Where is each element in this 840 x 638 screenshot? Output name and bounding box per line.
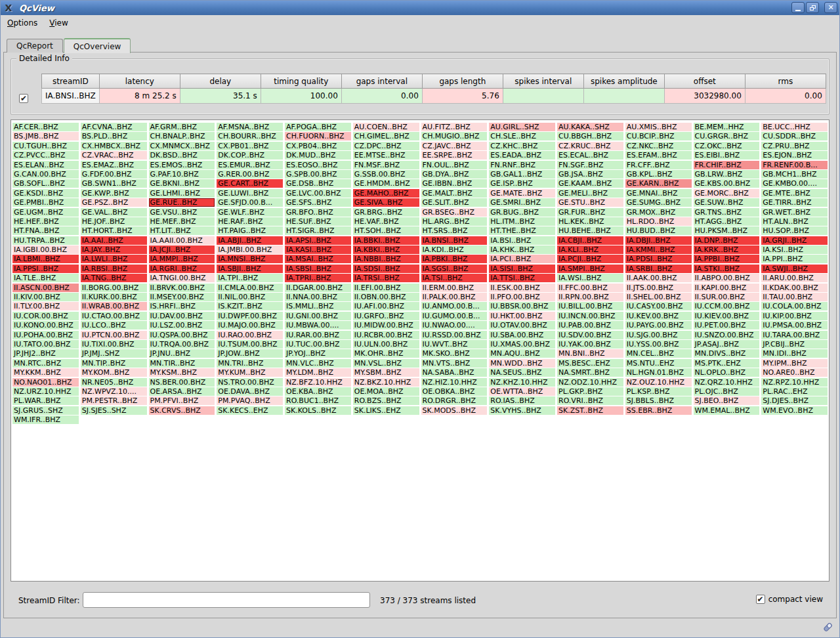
stream-cell[interactable]: GE.CART..BHZ bbox=[217, 179, 283, 188]
stream-cell[interactable]: HL.KEK..BHZ bbox=[557, 217, 623, 226]
stream-cell[interactable]: GE.VSU..BHZ bbox=[149, 208, 215, 217]
stream-cell[interactable]: GB.JSA..BHZ bbox=[557, 170, 623, 179]
stream-cell[interactable]: MY.LDM..BHZ bbox=[285, 368, 351, 377]
stream-cell[interactable]: IA.KRK..BHZ bbox=[694, 245, 760, 254]
stream-cell[interactable]: CZ.PVCC..BHZ bbox=[12, 151, 79, 160]
minimize-button[interactable] bbox=[791, 2, 805, 13]
stream-cell[interactable]: NL.OPLO..BHZ bbox=[694, 368, 760, 377]
stream-cell[interactable]: PL.GKP..BHZ bbox=[557, 387, 623, 396]
stream-cell[interactable]: CH.GIMEL..BHZ bbox=[353, 132, 419, 140]
stream-cell[interactable]: CZ.KRUC..BHZ bbox=[557, 142, 623, 150]
stream-cell[interactable]: MN.VLC..BHZ bbox=[285, 359, 351, 368]
stream-cell[interactable]: IU.LSZ.00.BHZ bbox=[149, 321, 215, 330]
stream-cell[interactable]: IA.KDI..BHZ bbox=[421, 245, 488, 254]
stream-cell[interactable]: AF.CER..BHZ bbox=[12, 123, 79, 131]
stream-cell[interactable]: GE.SLIT..BHZ bbox=[421, 198, 488, 207]
stream-cell[interactable]: NA.SMRT..BHZ bbox=[557, 368, 623, 377]
stream-cell[interactable]: SJ.BBLS..BHZ bbox=[625, 396, 692, 405]
stream-cell[interactable]: IU.TIXI.00.BHZ bbox=[81, 340, 147, 349]
stream-cell[interactable]: IA.KBKI..BHZ bbox=[353, 245, 419, 254]
stream-cell[interactable]: NZ.QRZ.10.HHZ bbox=[694, 378, 760, 387]
stream-cell[interactable]: HT.SOH..BHZ bbox=[353, 226, 419, 235]
stream-cell[interactable]: GE.DSB..BHZ bbox=[285, 179, 351, 188]
stream-cell[interactable]: II.TLY.00.BHZ bbox=[12, 302, 79, 310]
stream-cell[interactable]: II.KAPI.00.BHZ bbox=[694, 284, 760, 292]
stream-cell[interactable]: MN.VSL..BHZ bbox=[353, 359, 419, 368]
stream-cell[interactable]: IU.RAO.00.BHZ bbox=[217, 331, 283, 339]
stream-cell[interactable]: II.KIV.00.BHZ bbox=[12, 293, 79, 301]
stream-cell[interactable]: GR.TNS..BHZ bbox=[694, 208, 760, 217]
stream-cell[interactable]: OE.MOA..BHZ bbox=[353, 387, 419, 396]
streamid-filter-input[interactable] bbox=[83, 592, 370, 608]
stream-cell[interactable]: HT.HORT..BHZ bbox=[81, 226, 147, 235]
stream-cell[interactable]: NS.BER.00.BHZ bbox=[149, 378, 215, 387]
stream-cell[interactable]: IA.IGBI.00.BHZ bbox=[12, 245, 79, 254]
stream-cell[interactable]: IU.RCBR.00.BHZ bbox=[353, 331, 419, 339]
stream-cell[interactable]: II.CMLA.00.BHZ bbox=[217, 284, 283, 292]
stream-cell[interactable]: G.CAN.00.BHZ bbox=[12, 170, 79, 179]
stream-cell[interactable]: RO.BUC1..BHZ bbox=[285, 396, 351, 405]
stream-cell[interactable]: IU.XMAS.00.BHZ bbox=[489, 340, 555, 349]
stream-cell[interactable]: IS.KZIT..BHZ bbox=[217, 302, 283, 310]
detail-column-header[interactable]: gaps interval bbox=[341, 74, 422, 89]
stream-cell[interactable]: HU.BEHE..BHZ bbox=[557, 226, 623, 235]
stream-cell[interactable]: WM.IFR..BHZ bbox=[12, 415, 79, 424]
stream-cell[interactable]: JP.JNU..BHZ bbox=[149, 349, 215, 358]
stream-cell[interactable]: GE.HMDM..BHZ bbox=[353, 179, 419, 188]
stream-cell[interactable]: II.ESK.00.BHZ bbox=[489, 284, 555, 292]
stream-cell[interactable]: SK.LIKS..EHZ bbox=[353, 406, 419, 415]
stream-cell[interactable]: IU.TATO.00.BHZ bbox=[12, 340, 79, 349]
stream-cell[interactable]: MN.CEL..BHZ bbox=[625, 349, 692, 358]
stream-cell[interactable]: BE.UCC..HHZ bbox=[761, 123, 828, 131]
stream-cell[interactable]: IA.ABJI..BHZ bbox=[217, 236, 283, 245]
stream-cell[interactable]: IU.GNI.00.BHZ bbox=[285, 312, 351, 320]
stream-cell[interactable]: GE.LVC.00.BHZ bbox=[285, 189, 351, 198]
stream-cell[interactable]: EE.MTSE..BHZ bbox=[353, 151, 419, 160]
stream-cell[interactable]: IA.AAI..BHZ bbox=[81, 236, 147, 245]
stream-cell[interactable]: FR.CFF..BHZ bbox=[625, 161, 692, 169]
stream-cell[interactable]: CZ.OKC..BHZ bbox=[694, 142, 760, 150]
stream-cell[interactable]: IU.NWAO.00.... bbox=[421, 321, 488, 330]
stream-cell[interactable]: MN.BNI..BHZ bbox=[557, 349, 623, 358]
stream-cell[interactable]: IA.SBJI..BHZ bbox=[217, 265, 283, 273]
stream-cell[interactable]: IA.CBJI..BHZ bbox=[557, 236, 623, 245]
stream-cell[interactable]: HE.HEF..BHZ bbox=[12, 217, 79, 226]
stream-cell[interactable]: GE.VAL..BHZ bbox=[81, 208, 147, 217]
stream-cell[interactable]: IA.SRBI..BHZ bbox=[625, 265, 692, 273]
stream-cell[interactable]: IA.BSI..BHZ bbox=[489, 236, 555, 245]
stream-cell[interactable]: II.JTS.00.BHZ bbox=[625, 284, 692, 292]
stream-cell[interactable]: GR.WET..BHZ bbox=[761, 208, 828, 217]
stream-cell[interactable]: IA.MSAI..BHZ bbox=[285, 255, 351, 263]
stream-cell[interactable]: FN.MSF..BHZ bbox=[353, 161, 419, 169]
stream-cell[interactable]: IU.PAB.00.BHZ bbox=[557, 321, 623, 330]
stream-cell[interactable]: MY.KKM..BHZ bbox=[12, 368, 79, 377]
stream-cell[interactable]: OE.ARSA..BHZ bbox=[149, 387, 215, 396]
stream-cell[interactable]: IA.SWJI..BHZ bbox=[761, 265, 828, 273]
stream-cell[interactable]: NZ.WPVZ.10.... bbox=[81, 387, 147, 396]
stream-cell[interactable]: IA.WSI..BHZ bbox=[557, 274, 623, 282]
stream-cell[interactable]: OE.OBKA..BHZ bbox=[421, 387, 488, 396]
stream-cell[interactable]: MK.OHR..BHZ bbox=[353, 349, 419, 358]
stream-cell[interactable]: ES.EMAZ..BHZ bbox=[81, 161, 147, 169]
maximize-button[interactable] bbox=[806, 2, 819, 13]
stream-cell[interactable]: CX.HMBCX..BHZ bbox=[81, 142, 147, 150]
stream-cell[interactable]: IA.KSI..BHZ bbox=[761, 245, 828, 254]
stream-cell[interactable]: MN.WDD..BHZ bbox=[489, 359, 555, 368]
stream-cell[interactable]: IA.PCI..BHZ bbox=[489, 255, 555, 263]
stream-cell[interactable]: HU.TRPA..BHZ bbox=[12, 236, 79, 245]
stream-cell[interactable]: NO.NAO01..BHZ bbox=[12, 378, 79, 387]
stream-cell[interactable]: GE.KAAM..BHZ bbox=[557, 179, 623, 188]
stream-cell[interactable]: IS.HRFI..BHZ bbox=[149, 302, 215, 310]
stream-cell[interactable]: SK.VYHS..BHZ bbox=[489, 406, 555, 415]
stream-cell[interactable]: MK.SKO..BHZ bbox=[421, 349, 488, 358]
stream-cell[interactable]: IU.KEV.00.BHZ bbox=[625, 312, 692, 320]
stream-cell[interactable]: IA.SMPI..BHZ bbox=[557, 265, 623, 273]
stream-cell[interactable]: AU.KAKA..SHZ bbox=[557, 123, 623, 131]
stream-cell[interactable]: JP.JOW..BHZ bbox=[217, 349, 283, 358]
stream-cell[interactable]: II.FFC.00.BHZ bbox=[557, 284, 623, 292]
stream-cell[interactable]: HE.RAF..BHZ bbox=[217, 217, 283, 226]
stream-cell[interactable]: IU.BILL.00.BHZ bbox=[557, 302, 623, 310]
stream-cell[interactable]: SK.KECS..EHZ bbox=[217, 406, 283, 415]
resize-grip-icon[interactable] bbox=[822, 622, 833, 633]
stream-cell[interactable]: IU.TSUM.00.BHZ bbox=[217, 340, 283, 349]
